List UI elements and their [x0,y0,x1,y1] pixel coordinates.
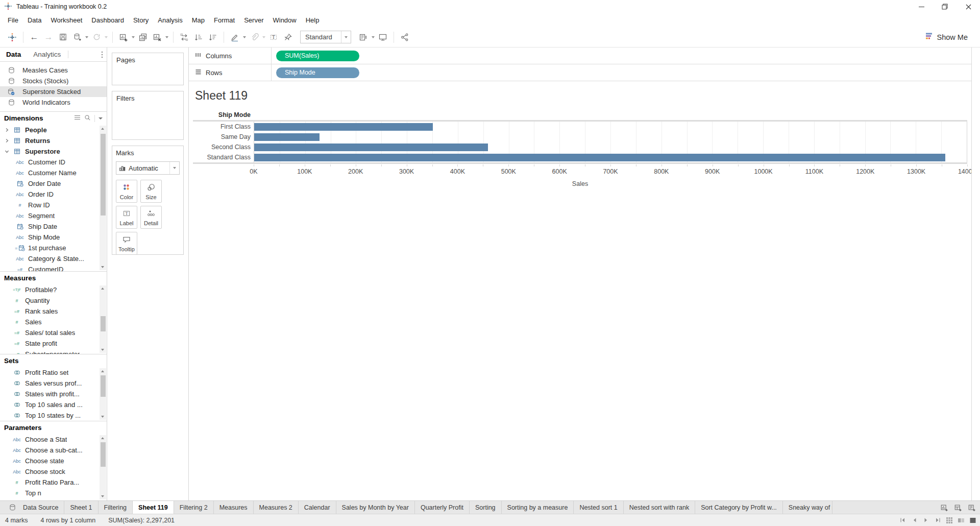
fit-select-caret-icon[interactable] [341,31,351,43]
menu-worksheet[interactable]: Worksheet [46,13,87,27]
menu-file[interactable]: File [3,13,23,27]
swap-rows-columns-icon[interactable] [178,31,190,43]
search-icon[interactable] [84,114,91,123]
fix-axes-icon[interactable] [282,31,294,43]
minimize-button[interactable] [910,0,933,13]
show-me-button[interactable]: Show Me [925,32,968,42]
new-worksheet-icon[interactable] [117,31,130,43]
mark-button-tooltip[interactable]: Tooltip [116,232,137,255]
scroll-down-icon[interactable] [101,349,104,351]
field-item[interactable]: Returns [0,135,107,146]
field-item[interactable]: #Top n [0,488,107,498]
pane-options-icon[interactable] [101,51,107,58]
new-worksheet-caret-icon[interactable] [132,36,135,38]
chevron-down-icon[interactable] [3,149,10,154]
scroll-up-icon[interactable] [101,288,104,290]
clear-sheet-icon[interactable] [151,31,163,43]
x-axis-title[interactable]: Sales [193,178,967,190]
highlight-icon[interactable] [229,31,241,43]
rows-shelf[interactable]: Rows Ship Mode [189,64,971,81]
field-item[interactable]: #Profit Ratio Para... [0,477,107,488]
new-data-source-icon[interactable] [71,31,83,43]
source-item[interactable]: World Indicators [0,97,107,108]
refresh-data-caret-icon[interactable] [105,36,108,38]
mark-button-label[interactable]: TLabel [116,206,137,229]
new-worksheet-tab-icon[interactable] [937,501,951,514]
show-hide-cards-icon[interactable] [357,31,370,43]
scroll-up-icon[interactable] [101,128,104,130]
scrollbar[interactable] [100,285,106,353]
rows-pill[interactable]: Ship Mode [276,67,359,78]
pages-shelf[interactable]: Pages [112,53,184,85]
sort-ascending-icon[interactable] [192,31,205,43]
tableau-home-icon[interactable] [6,31,18,43]
columns-shelf[interactable]: Columns SUM(Sales) [189,47,971,64]
sheet-tab[interactable]: Nested sort 1 [574,501,623,514]
sheet-tab[interactable]: Sheet 119 [133,501,174,514]
tab-analytics[interactable]: Analytics [27,47,67,62]
source-item[interactable]: Measles Cases [0,65,107,76]
field-item[interactable]: AbcCustomer Name [0,168,107,178]
duplicate-sheet-icon[interactable] [137,31,149,43]
scroll-up-icon[interactable] [101,437,104,439]
field-item[interactable]: =#State profit [0,338,107,349]
sheet-tab[interactable]: Measures 2 [254,501,299,514]
category-field-header[interactable]: Ship Mode [193,111,254,118]
field-item[interactable]: #Row ID [0,200,107,210]
save-icon[interactable] [57,31,69,43]
clear-sheet-caret-icon[interactable] [165,36,168,38]
scroll-down-icon[interactable] [101,495,104,497]
field-item[interactable]: AbcChoose a sub-cat... [0,445,107,456]
field-item[interactable]: Top 10 states by ... [0,410,107,421]
redo-icon[interactable]: → [42,31,55,43]
sheet-tab[interactable]: Sorting [470,501,502,514]
last-sheet-icon[interactable] [933,516,942,525]
mark-button-color[interactable]: Color [116,180,137,203]
menu-format[interactable]: Format [209,13,239,27]
field-item[interactable]: #Sales [0,317,107,327]
menu-window[interactable]: Window [268,13,301,27]
sheet-tab[interactable]: Filtering 2 [174,501,214,514]
sheet-tab[interactable]: Filtering [99,501,133,514]
undo-icon[interactable]: ← [28,31,40,43]
field-item[interactable]: AbcCustomer ID [0,157,107,168]
new-story-icon[interactable] [965,501,978,514]
group-members-caret-icon[interactable] [262,36,265,38]
field-item[interactable]: #Quantity [0,295,107,306]
source-item[interactable]: Superstore Stacked [0,86,107,97]
sheet-tab[interactable]: Sales by Month by Year [336,501,415,514]
presentation-mode-icon[interactable] [377,31,389,43]
field-item[interactable]: Superstore [0,146,107,157]
sheet-tab[interactable]: Quarterly Profit [415,501,470,514]
mark-button-detail[interactable]: Detail [140,206,162,229]
mark-button-size[interactable]: Size [140,180,162,203]
sheet-tab[interactable]: Calendar [299,501,336,514]
show-hide-cards-caret-icon[interactable] [372,36,375,38]
field-item[interactable]: AbcChoose stock [0,466,107,477]
sheet-sorter-view-icon[interactable] [945,516,954,525]
field-item[interactable]: =#CustomerID [0,264,107,271]
menu-help[interactable]: Help [301,13,324,27]
source-item[interactable]: Stocks (Stocks) [0,76,107,86]
next-sheet-icon[interactable] [921,516,930,525]
scrollbar-thumb[interactable] [101,375,106,397]
field-item[interactable]: AbcSegment [0,210,107,221]
scrollbar-thumb[interactable] [101,442,106,467]
view-data-icon[interactable] [74,114,81,122]
row-label[interactable]: First Class [193,122,254,132]
sheet-tab[interactable]: Sneaky way of so [783,501,832,514]
mark-type-caret-icon[interactable] [169,162,179,174]
bar[interactable] [254,154,945,161]
field-item[interactable]: Profit Ratio set [0,367,107,378]
sheet-tab[interactable]: Sheet 1 [64,501,98,514]
field-item[interactable]: People [0,125,107,135]
scroll-down-icon[interactable] [101,266,104,268]
share-icon[interactable] [399,31,411,43]
scrollbar[interactable] [100,126,106,270]
sheet-tab[interactable]: Sort Category by Profit w... [695,501,783,514]
tab-data[interactable]: Data [0,47,27,62]
row-label[interactable]: Same Day [193,132,254,142]
columns-pill[interactable]: SUM(Sales) [276,51,359,61]
menu-dashboard[interactable]: Dashboard [87,13,129,27]
scroll-up-icon[interactable] [101,370,104,372]
